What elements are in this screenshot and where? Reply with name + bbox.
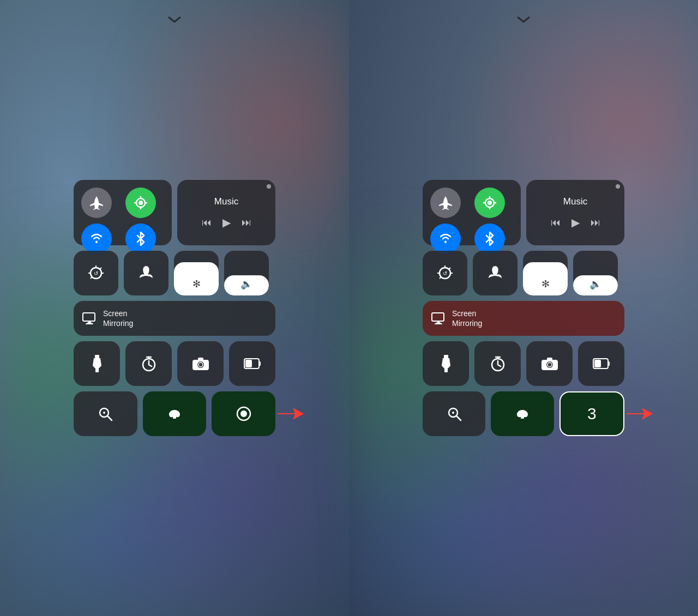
volume-slider-right[interactable]: 🔈 (573, 251, 618, 295)
screen-mirror-text-right: Screen Mirroring (452, 309, 482, 328)
dock-row-left (74, 391, 275, 436)
screen-mirror-row-right: Screen Mirroring (423, 301, 624, 336)
brightness-icon-right: ✻ (541, 278, 550, 290)
rotation-lock-button[interactable]: ↺ (74, 251, 118, 295)
wifi-button-right[interactable] (430, 224, 461, 254)
svg-rect-36 (432, 313, 444, 321)
svg-rect-18 (259, 361, 261, 366)
airplay-indicator-right (616, 184, 620, 189)
music-tile[interactable]: Music ⏮ ▶ ⏭ (177, 180, 275, 245)
left-panel: Music ⏮ ▶ ⏭ ↺ (0, 0, 349, 616)
timer-button-right[interactable] (474, 341, 521, 386)
screen-mirroring-button[interactable]: Screen Mirroring (74, 301, 275, 336)
svg-point-6 (95, 241, 98, 243)
play-icon[interactable]: ▶ (222, 216, 231, 229)
bluetooth-button[interactable] (125, 224, 156, 254)
rewind-icon[interactable]: ⏮ (202, 217, 212, 228)
play-icon-right[interactable]: ▶ (571, 216, 580, 229)
number-3-button[interactable]: 3 (559, 391, 624, 436)
airplane-mode-button-right[interactable] (430, 188, 461, 218)
brightness-icon: ✻ (192, 278, 201, 290)
volume-slider[interactable]: 🔈 (224, 251, 269, 295)
camera-button[interactable] (177, 341, 224, 386)
svg-rect-38 (444, 368, 448, 372)
do-not-disturb-button[interactable] (124, 251, 169, 295)
dock-buttons-right: 3 (423, 391, 624, 436)
top-row-right: Music ⏮ ▶ ⏭ (423, 180, 624, 245)
fast-forward-icon-right[interactable]: ⏭ (591, 217, 600, 228)
timer-button[interactable] (125, 341, 172, 386)
right-panel: Music ⏮ ▶ ⏭ ↺ (349, 0, 698, 616)
svg-line-21 (107, 416, 112, 420)
rewind-icon-right[interactable]: ⏮ (551, 217, 561, 228)
svg-rect-45 (608, 361, 610, 366)
screen-mirror-row: Screen Mirroring (74, 301, 275, 336)
svg-rect-24 (173, 416, 176, 419)
connectivity-tile-right (423, 180, 521, 245)
airplane-mode-button[interactable] (81, 188, 112, 218)
music-label: Music (214, 196, 238, 207)
music-controls: ⏮ ▶ ⏭ (202, 216, 251, 229)
svg-rect-9 (83, 313, 95, 321)
middle-row: ↺ ✻ 🔈 (74, 251, 275, 295)
svg-rect-10 (95, 355, 99, 358)
svg-point-28 (488, 201, 492, 205)
chevron-icon-right (516, 15, 531, 23)
svg-rect-51 (521, 416, 524, 419)
magnifier-button-right[interactable] (423, 391, 485, 436)
do-not-disturb-button-right[interactable] (473, 251, 518, 295)
screen-mirror-icon (82, 312, 97, 324)
cellular-button[interactable] (125, 188, 156, 218)
low-power-button[interactable] (229, 341, 275, 386)
chevron-icon (167, 15, 182, 23)
screen-mirroring-button-right[interactable]: Screen Mirroring (423, 301, 624, 336)
svg-rect-11 (95, 368, 99, 372)
quick-actions-row (74, 341, 275, 386)
svg-text:↺: ↺ (443, 270, 447, 276)
low-power-button-right[interactable] (578, 341, 624, 386)
svg-line-48 (456, 416, 461, 420)
control-center-right: Music ⏮ ▶ ⏭ ↺ (423, 180, 624, 436)
middle-row-right: ↺ ✻ 🔈 (423, 251, 624, 295)
music-label-right: Music (563, 196, 587, 207)
magnifier-button[interactable] (74, 391, 137, 436)
control-center-left: Music ⏮ ▶ ⏭ ↺ (74, 180, 275, 436)
svg-rect-43 (547, 358, 552, 360)
flashlight-button[interactable] (74, 341, 120, 386)
arrow-right (627, 406, 653, 422)
brightness-slider-right[interactable]: ✻ (523, 251, 568, 295)
screen-mirror-icon-right (431, 312, 446, 324)
svg-point-26 (240, 410, 247, 417)
svg-point-33 (444, 241, 447, 243)
screen-mirror-text: Screen Mirroring (103, 309, 133, 328)
dock-row-right: 3 (423, 391, 624, 436)
top-row: Music ⏮ ▶ ⏭ (74, 180, 275, 245)
svg-text:↺: ↺ (94, 270, 98, 276)
airplay-indicator (267, 184, 271, 189)
music-tile-right[interactable]: Music ⏮ ▶ ⏭ (526, 180, 624, 245)
volume-icon: 🔈 (240, 278, 252, 290)
camera-button-right[interactable] (526, 341, 573, 386)
wifi-button[interactable] (81, 224, 112, 254)
cellular-button-right[interactable] (474, 188, 505, 218)
brightness-slider[interactable]: ✻ (174, 251, 219, 295)
rotation-lock-button-right[interactable]: ↺ (423, 251, 467, 295)
svg-rect-46 (594, 360, 601, 367)
apple-tv-button[interactable] (143, 391, 207, 436)
screen-record-button[interactable] (212, 391, 275, 436)
svg-rect-16 (198, 358, 203, 360)
svg-point-1 (139, 201, 143, 205)
arrow-left (278, 406, 304, 422)
music-controls-right: ⏮ ▶ ⏭ (551, 216, 600, 229)
svg-rect-37 (444, 355, 448, 358)
dock-buttons-left (74, 391, 275, 436)
apple-tv-button-right[interactable] (491, 391, 553, 436)
quick-actions-row-right (423, 341, 624, 386)
connectivity-tile (74, 180, 172, 245)
svg-rect-19 (245, 360, 252, 367)
bluetooth-button-right[interactable] (474, 224, 505, 254)
fast-forward-icon[interactable]: ⏭ (242, 217, 251, 228)
flashlight-button-right[interactable] (423, 341, 469, 386)
volume-icon-right: 🔈 (589, 278, 601, 290)
